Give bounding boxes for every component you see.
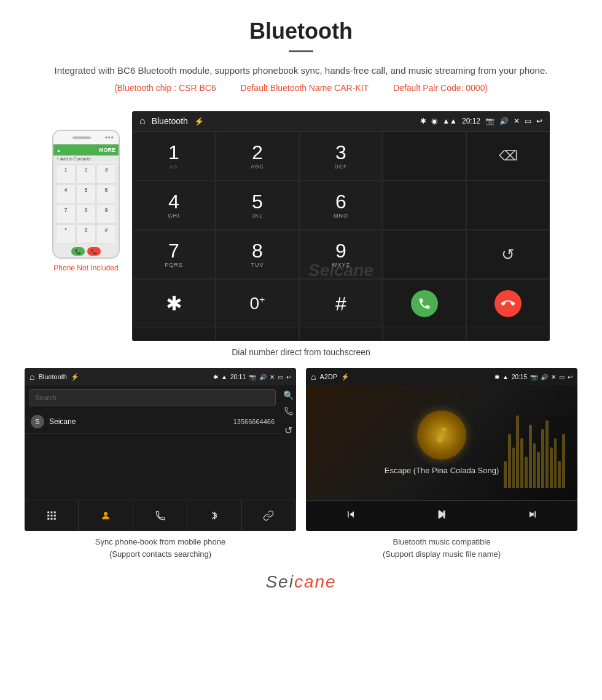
a2dp-next-button[interactable] — [526, 508, 539, 524]
a2dp-album-art — [417, 411, 466, 460]
page-header: Bluetooth Integrated with BC6 Bluetooth … — [0, 0, 602, 111]
key-7[interactable]: 7PQRS — [132, 230, 216, 279]
pb-phone-right-icon[interactable] — [284, 406, 294, 419]
a2dp-back-icon[interactable]: ↩ — [568, 374, 573, 380]
phone-key-0[interactable]: 0 — [76, 224, 96, 244]
viz-bar — [533, 443, 536, 489]
pb-volume-icon: 🔊 — [259, 374, 267, 380]
home-icon[interactable]: ⌂ — [139, 116, 146, 127]
phone-key-2[interactable]: 2 — [76, 164, 96, 184]
phone-top-bar: ●●● — [53, 131, 119, 144]
key-2[interactable]: 2ABC — [216, 132, 299, 181]
a2dp-window-icon[interactable]: ▭ — [559, 374, 565, 380]
phone-key-3[interactable]: 3 — [96, 164, 116, 184]
pb-refresh-icon[interactable]: ↺ — [284, 425, 292, 436]
pb-search-icon[interactable]: 🔍 — [283, 390, 294, 400]
phone-key-star[interactable]: * — [56, 224, 76, 244]
pb-contact-name: Seicane — [49, 417, 233, 426]
a2dp-caption: Bluetooth music compatible (Support disp… — [306, 536, 577, 560]
dial-status-bar: ⌂ Bluetooth ⚡ ✱ ◉ ▲▲ 20:12 📷 🔊 ✕ ▭ ↩ — [132, 111, 550, 131]
dial-title: Bluetooth — [152, 116, 188, 126]
key-row1-empty — [383, 132, 466, 181]
phone-dots: ●●● — [105, 135, 114, 140]
key-hash[interactable]: # — [299, 279, 383, 328]
a2dp-play-pause-button[interactable] — [435, 508, 448, 524]
pb-bottom-link2[interactable] — [242, 500, 296, 531]
a2dp-home-icon[interactable]: ⌂ — [311, 372, 316, 382]
viz-bar — [525, 457, 528, 488]
a2dp-status-right: ✱ ▲ 20:15 📷 🔊 ✕ ▭ ↩ — [495, 374, 573, 380]
phone-key-4[interactable]: 4 — [56, 184, 76, 204]
key-1[interactable]: 1⌂⌂ — [132, 132, 216, 181]
phone-key-hash[interactable]: # — [96, 224, 116, 244]
camera-icon: 📷 — [485, 117, 495, 125]
pb-bottom-user[interactable] — [79, 500, 133, 531]
a2dp-prev-button[interactable] — [345, 508, 357, 524]
bt-status-icon: ✱ — [420, 117, 426, 125]
pb-right-icons: 🔍 ↺ — [281, 385, 296, 441]
phone-call-green[interactable]: 📞 — [71, 247, 85, 256]
a2dp-signal-icon: ▲ — [502, 374, 509, 380]
viz-bar — [508, 434, 511, 488]
pb-search-area: Search S Seicane 13566664466 🔍 ↺ — [25, 385, 296, 441]
window-icon[interactable]: ▭ — [525, 117, 531, 125]
key-backspace[interactable]: ⌫ — [466, 132, 550, 181]
a2dp-status-left: ⌂ A2DP ⚡ — [311, 372, 350, 382]
call-green-button[interactable] — [411, 290, 438, 317]
pb-window-icon[interactable]: ▭ — [278, 374, 283, 380]
key-4[interactable]: 4GHI — [132, 181, 216, 230]
phone-key-1[interactable]: 1 — [56, 164, 76, 184]
viz-bar — [562, 434, 565, 488]
phone-key-6[interactable]: 6 — [96, 184, 116, 204]
back-icon[interactable]: ↩ — [536, 117, 542, 125]
page-description: Integrated with BC6 Bluetooth module, su… — [37, 63, 565, 78]
a2dp-close-icon[interactable]: ✕ — [551, 374, 556, 380]
phone-key-5[interactable]: 5 — [76, 184, 96, 204]
pb-close-icon[interactable]: ✕ — [270, 374, 275, 380]
pb-contact-row[interactable]: S Seicane 13566664466 — [25, 410, 281, 434]
pb-bottom-grid[interactable] — [25, 500, 79, 531]
key-6[interactable]: 6MNO — [299, 181, 383, 230]
a2dp-screenshot: ⌂ A2DP ⚡ ✱ ▲ 20:15 📷 🔊 ✕ ▭ ↩ — [306, 368, 577, 531]
a2dp-wrap: ⌂ A2DP ⚡ ✱ ▲ 20:15 📷 🔊 ✕ ▭ ↩ — [306, 368, 577, 560]
pb-bottom-phone2[interactable] — [133, 500, 187, 531]
pb-usb-icon: ⚡ — [71, 373, 79, 381]
phone-key-7[interactable]: 7 — [56, 205, 76, 224]
phone-call-red[interactable]: 📞 — [87, 247, 101, 256]
spec-name: Default Bluetooth Name CAR-KIT — [241, 83, 369, 93]
key-0[interactable]: 0+ — [216, 279, 299, 328]
phone-call-row: 📞 📞 — [53, 245, 119, 258]
key-5[interactable]: 5JKL — [216, 181, 299, 230]
usb-icon: ⚡ — [194, 117, 204, 126]
key-9[interactable]: 9WXYZ — [299, 230, 383, 279]
page-title: Bluetooth — [37, 18, 565, 44]
key-call-green-cell[interactable] — [383, 279, 466, 328]
close-icon[interactable]: ✕ — [514, 117, 520, 125]
key-call-red-cell[interactable] — [466, 279, 550, 328]
phone-key-8[interactable]: 8 — [76, 205, 96, 224]
pb-time: 20:11 — [230, 374, 246, 380]
viz-bar — [550, 447, 553, 488]
pb-bottom-bt2[interactable] — [187, 500, 241, 531]
phone-green-bar: ▲ MORE — [53, 144, 119, 155]
pb-search-box[interactable]: Search — [29, 389, 276, 406]
call-red-button[interactable] — [495, 290, 522, 317]
viz-bar — [504, 461, 507, 488]
pb-home-icon[interactable]: ⌂ — [29, 372, 34, 382]
key-row3-empty — [383, 230, 466, 279]
key-3[interactable]: 3DEF — [299, 132, 383, 181]
phone-not-included-label: Phone Not Included — [53, 264, 118, 272]
svg-rect-12 — [53, 511, 55, 513]
pb-back-icon[interactable]: ↩ — [286, 374, 291, 380]
pb-signal-icon: ▲ — [221, 374, 227, 380]
key-refresh[interactable]: ↺ — [466, 230, 550, 279]
phone-image: ●●● ▲ MORE + Add to Contacts 1 2 3 4 5 6… — [52, 130, 120, 259]
dial-screenshot: ⌂ Bluetooth ⚡ ✱ ◉ ▲▲ 20:12 📷 🔊 ✕ ▭ ↩ 1⌂⌂ — [132, 111, 550, 341]
key-8[interactable]: 8TUV — [216, 230, 299, 279]
svg-rect-11 — [50, 511, 52, 513]
a2dp-song-title: Escape (The Pina Colada Song) — [385, 466, 499, 475]
phone-add-contact: + Add to Contacts — [53, 155, 119, 163]
phone-key-9[interactable]: 9 — [96, 205, 116, 224]
key-star[interactable]: ✱ — [132, 279, 216, 328]
spec-chip: (Bluetooth chip : CSR BC6 — [114, 83, 216, 93]
